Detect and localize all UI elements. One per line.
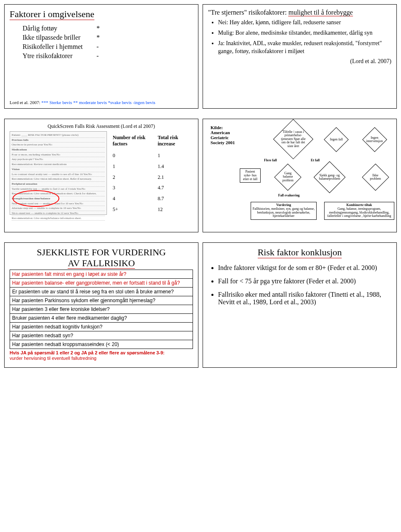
checklist-row: Har pasienten nedsatt kognitiv funksjon? xyxy=(10,323,193,331)
slide6-title: Risk faktor konklusjon xyxy=(258,247,342,258)
checklist-row: Har pasienten 3 eller flere kroniske lid… xyxy=(10,305,193,314)
checklist-row: Bruker pasienten 4 eller flere medikamen… xyxy=(10,314,193,323)
box-kombinerte-tiltak: Kombinerte tiltakGang, balanse, trenings… xyxy=(324,202,394,220)
slide1-title: Faktorer i omgivelsene xyxy=(10,9,94,20)
quickscreen-form-image: Patient: ____ RISK FACTOR PRESENT? (plea… xyxy=(10,131,107,215)
checklist-row: Har pasienten falt minst en gang i løpet… xyxy=(10,270,193,279)
diamond-sjekk-gang: Sjekk gang- og balanseproblem xyxy=(314,161,345,193)
slide2-title: "Tre stjerners" risikofaktorer: mulighet… xyxy=(208,9,391,16)
checklist-footer: Hvis JA på spørsmål 1 eller 2 og JA på 2… xyxy=(10,350,193,361)
label-flere-fall: Flere fall xyxy=(264,158,277,162)
checklist-row: Har pasienten balanse- eller gangproblem… xyxy=(10,279,193,288)
flowchart-source: Kilde: American Geriatric Society 2001 xyxy=(211,125,240,145)
checklist-table: Har pasienten falt minst en gang i løpet… xyxy=(10,270,193,349)
slide2-citation: (Lord et al. 2007) xyxy=(208,58,391,65)
slide1-factor-table: Dårlig fottøy* Ikke tilpassede briller* … xyxy=(21,23,101,61)
slide5-title: SJEKKLISTE FOR VURDERINGAV FALLRISIKO xyxy=(10,247,193,269)
slide-flowchart: Kilde: American Geriatric Society 2001 T… xyxy=(203,119,397,232)
red-circle-annotation xyxy=(13,190,59,207)
box-vurdering: VurderingFallhistorien, medisiner, syn, … xyxy=(251,202,317,220)
risk-increase-table: Number of risk factorsTotal risk increas… xyxy=(109,131,193,215)
diamond-no-fall: Ingen fall xyxy=(324,127,348,152)
diamond-gang-balanse: Gang balanse problem xyxy=(274,163,301,191)
checklist-row: Har pasienten nedsatt kroppsmasseindex (… xyxy=(10,340,193,349)
slide-sjekkliste: SJEKKLISTE FOR VURDERINGAV FALLRISIKO Ha… xyxy=(4,242,198,368)
label-et-fall: Et fall xyxy=(311,158,320,162)
slide-quickscreen: QuickScreen Falls Risk Assessment (Lord … xyxy=(4,119,198,232)
slide3-title: QuickScreen Falls Risk Assessment (Lord … xyxy=(10,123,193,130)
slide2-list: Nei: Høy alder, kjønn, tidligere fall, r… xyxy=(218,19,391,56)
slide-risk-konklusjon: Risk faktor konklusjon Indre faktorer vi… xyxy=(203,242,397,368)
slide1-legend: Lord et al. 2007: *** Sterke bevis ** mo… xyxy=(10,100,155,105)
diamond-no-intervention: Ingen intervensjon xyxy=(362,127,387,152)
label-fall-evaluering: Fall evaluering xyxy=(278,193,299,197)
checklist-row: Har pasienten nedsatt syn? xyxy=(10,331,193,340)
slide-faktorer-omgivelsene: Faktorer i omgivelsene Dårlig fottøy* Ik… xyxy=(4,4,198,109)
slide6-list: Indre faktorer viktigst for de som er 80… xyxy=(218,264,391,306)
slide-tre-stjerners: "Tre stjerners" risikofaktorer: mulighet… xyxy=(203,4,397,109)
diamond-primary-case: Tilfelle / casus i primærhelse- tjeneste… xyxy=(273,119,313,159)
box-pasient-sykehus: Pasient syke- hus etter et fall xyxy=(240,168,261,183)
diamond-ikke-problem: Ikke problem xyxy=(362,163,389,191)
checklist-row: Er pasienten ute av stand til å reise se… xyxy=(10,288,193,296)
checklist-row: Har pasienten Parkinsons sykdom eller gj… xyxy=(10,296,193,305)
